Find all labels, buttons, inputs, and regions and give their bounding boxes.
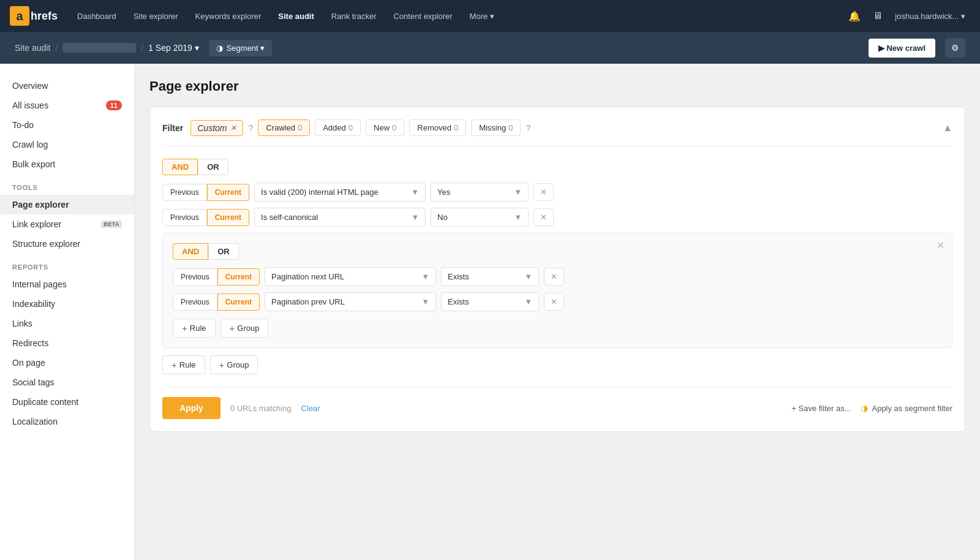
sub-row2-remove-button[interactable]: ✕ <box>544 293 564 311</box>
row1-condition-select[interactable]: Is valid (200) internal HTML page ▼ <box>254 183 426 202</box>
sub-row2-value-select[interactable]: Exists ▼ <box>441 292 539 311</box>
row2-value-arrow: ▼ <box>514 213 522 222</box>
tools-section-label: TOOLS <box>0 174 134 195</box>
breadcrumb-date[interactable]: 1 Sep 2019 ▾ <box>148 43 199 53</box>
nav-item-site-audit[interactable]: Site audit <box>271 8 322 25</box>
logo[interactable]: a hrefs <box>10 6 58 26</box>
sub-row1-previous-button[interactable]: Previous <box>173 268 217 286</box>
chip-crawled[interactable]: Crawled 0 <box>258 119 310 136</box>
filter-help-icon[interactable]: ? <box>248 123 253 133</box>
top-nav: a hrefs Dashboard Site explorer Keywords… <box>0 0 980 32</box>
add-rule-button[interactable]: + Rule <box>162 355 205 374</box>
row2-remove-button[interactable]: ✕ <box>533 208 554 226</box>
nav-item-content-explorer[interactable]: Content explorer <box>386 8 459 25</box>
segment-button[interactable]: ◑ Segment ▾ <box>209 40 273 56</box>
sidebar-item-todo[interactable]: To-do <box>0 115 134 135</box>
filter-row-1: Previous Current Is valid (200) internal… <box>162 183 952 202</box>
row1-value-arrow: ▼ <box>514 187 522 197</box>
apply-segment-filter-button[interactable]: ◑ Apply as segment filter <box>861 403 952 413</box>
chip-missing[interactable]: Missing 0 <box>471 119 521 136</box>
new-crawl-button[interactable]: ▶ New crawl <box>869 39 935 58</box>
notifications-icon[interactable]: 🔔 <box>843 7 865 26</box>
custom-filter-remove[interactable]: ✕ <box>230 124 236 132</box>
sidebar-item-redirects[interactable]: Redirects <box>0 333 134 353</box>
chip-new[interactable]: New 0 <box>366 119 404 136</box>
settings-button[interactable]: ⚙ <box>945 38 965 58</box>
sub-add-group-button[interactable]: + Group <box>221 319 269 338</box>
nav-item-site-explorer[interactable]: Site explorer <box>126 8 186 25</box>
page-title: Page explorer <box>149 78 965 94</box>
segment-chart-icon: ◑ <box>216 44 223 53</box>
sub-row1-current-button[interactable]: Current <box>217 268 260 286</box>
inner-and-button[interactable]: AND <box>173 243 208 260</box>
sub-row2-previous-button[interactable]: Previous <box>173 293 217 311</box>
sub-row-2: Previous Current Pagination prev URL ▼ E… <box>173 292 942 311</box>
row1-current-button[interactable]: Current <box>207 184 249 201</box>
sidebar-item-all-issues[interactable]: All issues 11 <box>0 96 134 115</box>
user-menu[interactable]: joshua.hardwick... ▾ <box>890 8 970 25</box>
sub-row2-condition-select[interactable]: Pagination prev URL ▼ <box>265 292 436 311</box>
urls-matching-text: 0 URLs matching <box>230 404 292 413</box>
filter-bar: Filter Custom ✕ ? Crawled 0 Added 0 New … <box>162 119 952 146</box>
sidebar-item-social-tags[interactable]: Social tags <box>0 373 134 392</box>
inner-or-button[interactable]: OR <box>208 243 239 260</box>
sub-add-rule-icon: + <box>182 323 187 333</box>
sidebar-item-crawl-log[interactable]: Crawl log <box>0 135 134 154</box>
logo-icon: a <box>10 6 29 26</box>
filter-bottom: Apply 0 URLs matching Clear + Save filte… <box>162 387 952 419</box>
row1-remove-button[interactable]: ✕ <box>533 183 554 201</box>
add-rule-icon: + <box>172 360 177 370</box>
sub-group-close-icon[interactable]: ✕ <box>937 240 944 251</box>
sidebar-item-overview[interactable]: Overview <box>0 76 134 96</box>
sidebar-item-link-explorer[interactable]: Link explorer BETA <box>0 214 134 234</box>
breadcrumb-sep1: / <box>55 43 58 53</box>
collapse-icon[interactable]: ▲ <box>943 123 952 134</box>
sub-row1-value-select[interactable]: Exists ▼ <box>441 267 539 286</box>
row2-previous-button[interactable]: Previous <box>162 209 207 226</box>
sidebar-item-page-explorer[interactable]: Page explorer <box>0 195 134 214</box>
row1-value-select[interactable]: Yes ▼ <box>431 183 529 202</box>
all-issues-badge: 11 <box>106 100 122 110</box>
nav-item-keywords-explorer[interactable]: Keywords explorer <box>188 8 269 25</box>
sub-add-group-icon: + <box>230 323 235 333</box>
outer-or-button[interactable]: OR <box>198 159 228 175</box>
sidebar-item-on-page[interactable]: On page <box>0 353 134 373</box>
breadcrumb-bar: Site audit / / 1 Sep 2019 ▾ ◑ Segment ▾ … <box>0 32 980 64</box>
custom-filter-tag[interactable]: Custom ✕ <box>190 120 243 136</box>
save-filter-button[interactable]: + Save filter as... <box>791 404 851 413</box>
monitor-icon[interactable]: 🖥 <box>868 7 888 25</box>
chips-help-icon[interactable]: ? <box>526 123 530 133</box>
nav-item-rank-tracker[interactable]: Rank tracker <box>324 8 384 25</box>
sidebar-item-internal-pages[interactable]: Internal pages <box>0 274 134 294</box>
sidebar-item-structure-explorer[interactable]: Structure explorer <box>0 234 134 254</box>
row2-current-button[interactable]: Current <box>207 209 249 226</box>
clear-link[interactable]: Clear <box>301 404 320 413</box>
sub-row2-prev-curr: Previous Current <box>173 293 260 311</box>
outer-and-button[interactable]: AND <box>162 159 198 175</box>
sidebar-item-bulk-export[interactable]: Bulk export <box>0 154 134 174</box>
sidebar-item-indexability[interactable]: Indexability <box>0 294 134 314</box>
filter-row-2: Previous Current Is self-canonical ▼ No … <box>162 208 952 227</box>
sub-group: ✕ AND OR Previous Current Pagination nex… <box>162 233 952 348</box>
filter-card: Filter Custom ✕ ? Crawled 0 Added 0 New … <box>149 107 965 432</box>
sidebar-item-localization[interactable]: Localization <box>0 412 134 431</box>
nav-item-more[interactable]: More ▾ <box>462 8 502 25</box>
sidebar-item-duplicate-content[interactable]: Duplicate content <box>0 392 134 412</box>
reports-section-label: REPORTS <box>0 254 134 274</box>
add-group-button[interactable]: + Group <box>210 355 258 374</box>
sub-row1-remove-button[interactable]: ✕ <box>544 268 564 286</box>
row2-value-select[interactable]: No ▼ <box>431 208 529 227</box>
row1-previous-button[interactable]: Previous <box>162 184 207 201</box>
row2-condition-select[interactable]: Is self-canonical ▼ <box>254 208 426 227</box>
sub-row2-current-button[interactable]: Current <box>217 293 260 311</box>
nav-item-dashboard[interactable]: Dashboard <box>70 8 124 25</box>
row1-prev-curr: Previous Current <box>162 184 249 201</box>
sub-row1-condition-select[interactable]: Pagination next URL ▼ <box>265 267 436 286</box>
chip-added[interactable]: Added 0 <box>315 119 361 136</box>
sub-add-rule-button[interactable]: + Rule <box>173 319 216 338</box>
sidebar-item-links[interactable]: Links <box>0 314 134 333</box>
app-body: Overview All issues 11 To-do Crawl log B… <box>0 64 980 560</box>
chip-removed[interactable]: Removed 0 <box>409 119 466 136</box>
row2-condition-arrow: ▼ <box>411 213 419 222</box>
apply-button[interactable]: Apply <box>162 397 221 419</box>
